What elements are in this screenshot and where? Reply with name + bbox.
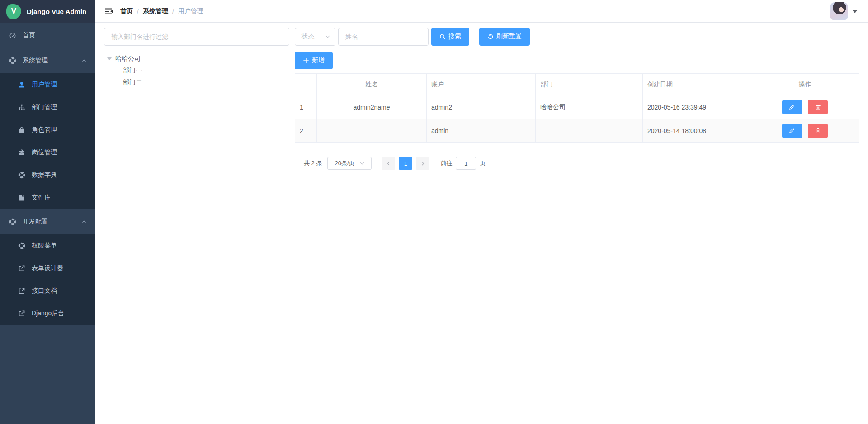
sidebar-item-post-mgmt[interactable]: 岗位管理 [0, 141, 95, 164]
sidebar-menu: 首页 系统管理 用户管理 部门管理 [0, 23, 95, 325]
tree-node-label: 哈哈公司 [115, 55, 141, 63]
tree-node-label: 部门一 [123, 67, 142, 75]
sidebar-item-dept-mgmt[interactable]: 部门管理 [0, 96, 95, 119]
add-button[interactable]: 新增 [295, 52, 333, 69]
sidebar-item-form-designer[interactable]: 表单设计器 [0, 257, 95, 280]
sidebar-item-home[interactable]: 首页 [0, 23, 95, 48]
cell-account: admin [427, 119, 536, 143]
sidebar-item-data-dict[interactable]: 数据字典 [0, 164, 95, 186]
lock-icon [18, 126, 25, 133]
caret-down-icon[interactable] [853, 10, 857, 15]
sidebar-item-api-docs[interactable]: 接口文档 [0, 280, 95, 302]
prev-page-button[interactable] [382, 157, 395, 170]
sidebar-item-role-mgmt[interactable]: 角色管理 [0, 119, 95, 141]
sidebar-group-label: 开发配置 [23, 218, 48, 226]
sidebar-item-label: 数据字典 [32, 171, 57, 179]
filter-toolbar: 状态 搜索 刷新重置 [295, 28, 859, 46]
next-page-button[interactable] [416, 157, 429, 170]
tree-children: 部门一 部门二 [104, 65, 289, 88]
sidebar-item-label: 接口文档 [32, 287, 57, 295]
delete-icon [815, 104, 821, 110]
sidebar-group-label: 系统管理 [23, 57, 48, 65]
table-header-row: 姓名 账户 部门 创建日期 操作 [295, 74, 859, 95]
chevron-right-icon [420, 161, 425, 166]
table-row: 1 admin2name admin2 哈哈公司 2020-05-16 23:3… [295, 95, 859, 119]
hamburger-icon[interactable] [104, 7, 113, 16]
status-select[interactable]: 状态 [295, 28, 335, 46]
status-select-placeholder: 状态 [302, 33, 314, 41]
submenu-dev-config: 权限菜单 表单设计器 接口文档 Django后台 [0, 234, 95, 325]
sidebar-item-label: 表单设计器 [32, 264, 63, 272]
sidebar-item-label: 权限菜单 [32, 242, 57, 250]
sidebar-item-label: 用户管理 [32, 81, 57, 89]
vue-logo-icon: V [6, 4, 21, 19]
delete-icon [815, 127, 821, 134]
file-icon [18, 194, 25, 201]
breadcrumb-system[interactable]: 系统管理 [143, 7, 168, 15]
sitemap-icon [18, 104, 25, 111]
breadcrumb-separator: / [137, 8, 139, 15]
header-ops: 操作 [751, 74, 859, 95]
user-avatar[interactable] [830, 2, 848, 20]
edit-button[interactable] [782, 124, 802, 138]
chevron-down-icon [359, 161, 365, 166]
external-link-icon [18, 287, 25, 295]
name-filter-input[interactable] [338, 28, 429, 46]
tree-node-dept2[interactable]: 部门二 [104, 76, 289, 88]
sidebar-item-user-mgmt[interactable]: 用户管理 [0, 73, 95, 96]
breadcrumb-current: 用户管理 [178, 7, 203, 15]
sidebar-item-label: 角色管理 [32, 126, 57, 134]
main-content: 哈哈公司 部门一 部门二 状态 [95, 23, 868, 424]
refresh-reset-button[interactable]: 刷新重置 [479, 28, 530, 46]
goto-unit-label: 页 [480, 159, 486, 167]
department-filter-input[interactable] [104, 28, 289, 46]
page-button-1[interactable]: 1 [399, 157, 412, 170]
tree-node-label: 部门二 [123, 78, 142, 86]
cell-ops [751, 119, 859, 143]
edit-icon [788, 127, 795, 134]
user-list-panel: 状态 搜索 刷新重置 新增 [295, 28, 859, 170]
chevron-up-icon [81, 58, 87, 63]
sidebar-group-dev-config[interactable]: 开发配置 [0, 209, 95, 234]
app-title: Django Vue Admin [27, 8, 86, 15]
goto-page-input[interactable] [456, 157, 476, 170]
page-size-value: 20条/页 [335, 159, 354, 167]
tree-node-root[interactable]: 哈哈公司 [104, 53, 289, 65]
edit-button[interactable] [782, 100, 802, 114]
breadcrumb-home[interactable]: 首页 [120, 7, 133, 15]
header-index [295, 74, 317, 95]
submenu-system: 用户管理 部门管理 角色管理 岗位管理 [0, 73, 95, 209]
plus-icon [303, 57, 309, 64]
search-icon [439, 33, 446, 40]
sidebar-item-permission-menu[interactable]: 权限菜单 [0, 234, 95, 257]
sidebar-item-django-backend[interactable]: Django后台 [0, 302, 95, 325]
sidebar-group-system[interactable]: 系统管理 [0, 48, 95, 73]
cell-index: 1 [295, 95, 317, 119]
sidebar-item-label: 首页 [23, 31, 35, 39]
tree-node-dept1[interactable]: 部门一 [104, 65, 289, 76]
cell-name: admin2name [317, 95, 427, 119]
cell-account: admin2 [427, 95, 536, 119]
cell-ops [751, 95, 859, 119]
page-size-select[interactable]: 20条/页 [327, 157, 372, 170]
header-created: 创建日期 [643, 74, 751, 95]
cell-name [317, 119, 427, 143]
component-icon [18, 242, 25, 249]
pagination: 共 2 条 20条/页 1 前往 页 [295, 157, 859, 170]
topbar-right [830, 2, 859, 20]
delete-button[interactable] [808, 100, 828, 114]
sidebar-item-file-library[interactable]: 文件库 [0, 186, 95, 209]
table-row: 2 admin 2020-05-14 18:00:08 [295, 119, 859, 143]
pagination-goto: 前往 页 [440, 157, 486, 170]
cell-index: 2 [295, 119, 317, 143]
sidebar-item-label: Django后台 [32, 310, 64, 318]
chevron-up-icon [81, 219, 87, 224]
user-table: 姓名 账户 部门 创建日期 操作 1 admin2name admin2 哈哈公… [295, 73, 859, 143]
delete-button[interactable] [808, 124, 828, 138]
refresh-icon [487, 33, 494, 40]
external-link-icon [18, 310, 25, 317]
header-dept: 部门 [536, 74, 643, 95]
user-icon [18, 81, 25, 88]
search-button[interactable]: 搜索 [431, 28, 469, 46]
header-name: 姓名 [317, 74, 427, 95]
